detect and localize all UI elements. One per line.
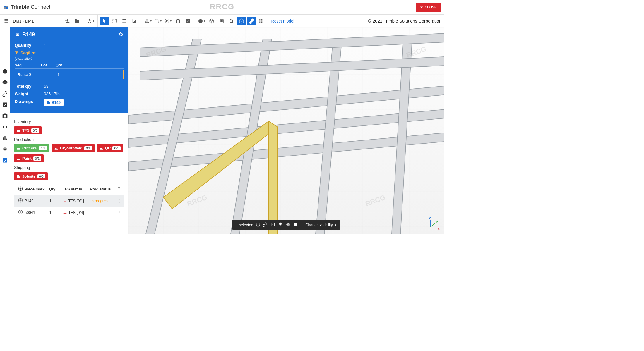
expand-row-button[interactable]: [16, 210, 25, 215]
seq-table-header: Seq Lot Qty: [15, 63, 124, 69]
fb-link-icon-button[interactable]: [263, 222, 268, 228]
svg-point-8: [148, 22, 149, 23]
svg-point-7: [145, 22, 146, 23]
panel-settings-button[interactable]: [118, 32, 124, 38]
dropdown-label: Change visibility: [305, 223, 333, 227]
svg-rect-0: [113, 19, 116, 23]
contrast-button[interactable]: [130, 17, 139, 25]
status-chip[interactable]: Layout/Weld0/1: [52, 144, 95, 152]
folder-button[interactable]: [73, 17, 81, 25]
add-user-button[interactable]: [63, 17, 71, 25]
drawing-chip-label: B149: [52, 100, 61, 105]
rail-camera-icon[interactable]: [2, 113, 8, 119]
rail-check-icon[interactable]: [2, 102, 8, 108]
gear-icon: [118, 32, 124, 37]
rail-settings-gear-icon[interactable]: [2, 146, 8, 152]
th-piece-mark: Piece mark: [25, 187, 49, 191]
link-button[interactable]: [247, 17, 256, 25]
rail-cube-icon[interactable]: [2, 68, 8, 74]
rail-link-icon[interactable]: [2, 91, 8, 97]
rail-active-module-icon[interactable]: [2, 157, 8, 163]
task-check-button[interactable]: [184, 17, 192, 25]
beam-icon: [15, 32, 20, 37]
svg-point-4: [122, 22, 123, 23]
rectangle-select-button[interactable]: [110, 17, 119, 25]
rail-chart-icon[interactable]: [2, 135, 8, 141]
svg-rect-11: [220, 20, 223, 22]
row-more-button[interactable]: ⋮: [118, 199, 122, 203]
quantity-label: Quantity: [15, 43, 38, 48]
status-chip[interactable]: TFS0/5: [14, 126, 42, 134]
axis-gizmo[interactable]: Z Y X: [428, 218, 440, 229]
ghost-button[interactable]: [227, 17, 236, 25]
cube-solid-button[interactable]: [197, 17, 206, 25]
status-chip[interactable]: Cut/Saw1/1: [14, 144, 49, 152]
svg-point-13: [232, 20, 232, 21]
markup-shape-button[interactable]: [154, 17, 162, 25]
quantity-value: 1: [44, 43, 46, 48]
help-button[interactable]: ?: [237, 17, 246, 25]
grid-button[interactable]: [257, 17, 266, 25]
status-chip[interactable]: QC0/1: [97, 144, 123, 152]
production-section-title: Production: [14, 137, 124, 142]
svg-point-9: [147, 19, 148, 20]
svg-rect-26: [294, 223, 297, 226]
rail-layers-icon[interactable]: [2, 80, 8, 85]
copyright-text: © 2021 Trimble Solutions Corporation: [368, 18, 441, 23]
seq-head-lot: Lot: [41, 63, 56, 67]
expand-all-button[interactable]: [16, 186, 25, 192]
table-row[interactable]: a00411TFS [0/4]⋮: [14, 207, 124, 218]
hamburger-menu-button[interactable]: ☰: [3, 17, 10, 25]
logo-product: Connect: [31, 4, 50, 10]
pointer-tool-button[interactable]: [100, 17, 109, 25]
isolate-icon-button[interactable]: [293, 222, 298, 228]
camera-button[interactable]: [174, 17, 182, 25]
reset-model-link[interactable]: Reset model: [268, 19, 297, 23]
watermark-text: RRCG: [210, 2, 235, 11]
trimble-logo-icon: [4, 5, 9, 10]
status-chip[interactable]: Paint0/1: [14, 154, 44, 162]
seq-table-row[interactable]: Phase 3 1: [15, 70, 124, 79]
app-logo: Trimble Connect: [4, 4, 50, 10]
svg-text:?: ?: [241, 19, 242, 23]
weight-value: 936.17lb: [44, 92, 60, 96]
info-icon-button[interactable]: ⓘ: [256, 222, 260, 228]
th-qty: Qty: [49, 187, 63, 191]
table-tools-button[interactable]: [117, 186, 122, 192]
row-more-button[interactable]: ⋮: [118, 210, 122, 215]
axis-z-label: Z: [429, 216, 431, 220]
panel-title: B149: [22, 32, 35, 38]
table-row[interactable]: B1491TFS [0/1]In progress⋮: [14, 195, 124, 207]
undo-button[interactable]: [86, 17, 95, 25]
svg-rect-1: [123, 19, 126, 23]
drawing-chip[interactable]: B149: [44, 99, 64, 106]
shipping-section-title: Shipping: [14, 165, 124, 170]
fit-view-icon-button[interactable]: [270, 222, 275, 228]
viewport-3d[interactable]: RRCG RRCG RRCG RRCG 1 selected ⓘ Change …: [128, 27, 444, 234]
th-tfs: TFS status: [63, 187, 90, 191]
totalqty-value: 53: [44, 84, 49, 89]
paint-icon-button[interactable]: [278, 222, 283, 228]
hide-icon-button[interactable]: [286, 222, 290, 228]
status-chip[interactable]: Jobsite0/5: [14, 172, 48, 180]
steel-model-placeholder: [128, 27, 444, 234]
cube-wire-button[interactable]: [207, 17, 216, 25]
inventory-chips: TFS0/5: [14, 126, 124, 134]
selection-floating-bar: 1 selected ⓘ Change visibility ▴: [232, 220, 340, 230]
expand-row-button[interactable]: [16, 198, 25, 204]
seq-head-qty: Qty: [56, 63, 70, 67]
close-button[interactable]: ✕ CLOSE: [416, 3, 441, 12]
rail-expand-icon[interactable]: [2, 124, 8, 130]
measure-button[interactable]: [144, 17, 153, 25]
breadcrumb: DM1 - DM1: [10, 19, 37, 23]
seq-row-qty: 1: [57, 72, 72, 77]
filter-icon: [15, 51, 19, 55]
seq-row-seq: Phase 3: [16, 72, 43, 77]
cut-button[interactable]: [164, 17, 172, 25]
transform-button[interactable]: [120, 17, 129, 25]
clear-filter-link[interactable]: (clear filter): [15, 56, 124, 61]
layers-icon-button[interactable]: [217, 17, 226, 25]
change-visibility-dropdown[interactable]: Change visibility ▴: [302, 223, 337, 227]
seqlot-filter-link[interactable]: Seq/Lot: [15, 51, 124, 55]
table-header-row: Piece mark Qty TFS status Prod status: [14, 183, 124, 195]
